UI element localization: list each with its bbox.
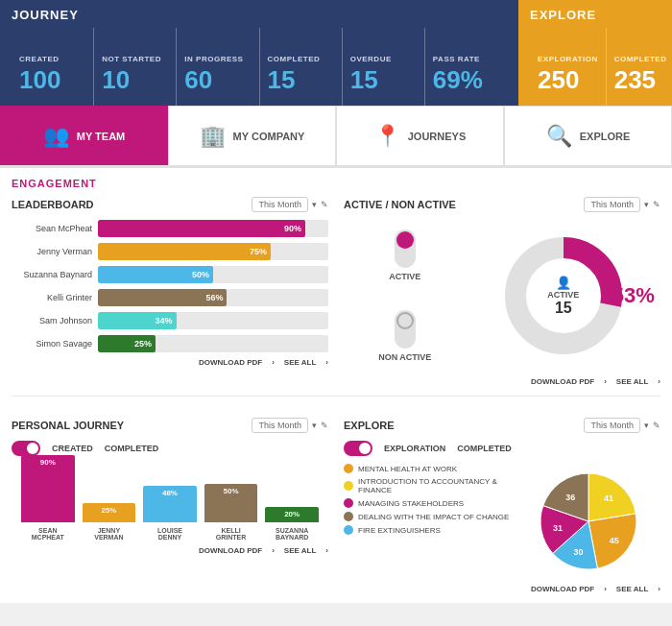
nav-tab-my-company[interactable]: 🏢MY COMPANY (168, 106, 336, 165)
legend-label: MANAGING STAKEHOLDERS (358, 499, 464, 508)
donut-wrapper: 👤 ACTIVE 15 53% (501, 233, 626, 358)
pj-bar-name: LOUISEDENNY (157, 527, 182, 541)
explore-see-all-arrow: › (658, 585, 660, 593)
explore-filter-box[interactable]: This Month (584, 418, 640, 433)
legend-label: DEALING WITH THE IMPACT OF CHANGE (358, 513, 509, 521)
pj-created-toggle[interactable] (12, 441, 40, 456)
explore-filter[interactable]: This Month ▾ ✎ (584, 418, 660, 433)
pj-see-all[interactable]: SEE ALL (284, 546, 316, 555)
pie-label: 45 (610, 536, 619, 545)
legend-dot (344, 498, 353, 508)
active-filter-edit: ✎ (653, 200, 660, 209)
leaderboard-rows: Sean McPheat 90% Jenny Verman 75% Suzann… (12, 220, 328, 352)
top-two-col: LEADERBOARD This Month ▾ ✎ Sean McPheat … (12, 197, 660, 386)
lb-bar-bg: 75% (98, 243, 328, 260)
legend-item: MENTAL HEALTH AT WORK (344, 464, 516, 473)
active-nonactive-filter[interactable]: This Month ▾ ✎ (584, 197, 660, 212)
nav-tab-my-team[interactable]: 👥MY TEAM (0, 106, 168, 165)
lb-name: Simon Savage (12, 339, 98, 349)
lb-name: Suzanna Baynard (12, 270, 98, 279)
legend-dot (344, 525, 353, 535)
pj-bar-rect: 90% (21, 455, 75, 522)
legend-item: FIRE EXTINGUISHERS (344, 525, 516, 535)
pj-bar-group: 25% JENNYVERMAN (83, 503, 136, 541)
lb-name: Jenny Verman (12, 247, 98, 256)
active-toggle[interactable] (395, 229, 416, 268)
explore-exploration-label: EXPLORATION (384, 444, 445, 453)
pie-label: 30 (574, 547, 584, 557)
leaderboard-see-all-arrow: › (325, 358, 328, 367)
pj-download-pdf[interactable]: DOWNLOAD PDF (199, 546, 262, 555)
leaderboard-download-pdf[interactable]: DOWNLOAD PDF (199, 358, 262, 367)
leaderboard-row: Simon Savage 25% (12, 335, 328, 352)
explore-filter-edit: ✎ (653, 421, 660, 430)
legend-dot (344, 481, 353, 491)
explore-download-pdf[interactable]: DOWNLOAD PDF (531, 585, 594, 593)
lb-name: Kelli Grinter (12, 293, 98, 302)
leaderboard-row: Sean McPheat 90% (12, 220, 328, 237)
explore-see-all[interactable]: SEE ALL (616, 585, 648, 593)
nav-tab-label-2: JOURNEYS (408, 131, 467, 142)
explore-pie-svg: 4145303136 (526, 464, 651, 579)
donut-center-value: 15 (547, 300, 579, 317)
nav-tab-journeys[interactable]: 📍JOURNEYS (336, 106, 504, 165)
explore-stats: EXPLORATION250COMPLETED235 (530, 28, 660, 118)
lb-bar-bg: 25% (98, 335, 328, 352)
lb-name: Sean McPheat (12, 224, 98, 233)
stat-value: 15 (350, 67, 417, 92)
engagement-label: ENGAGEMENT (12, 178, 660, 189)
legend-label: FIRE EXTINGUISHERS (358, 526, 441, 535)
lb-bar-label: 56% (205, 293, 223, 302)
stat-label: OVERDUE (350, 55, 417, 63)
explore-pie-chart: 4145303136 (526, 464, 660, 579)
pj-filter[interactable]: This Month ▾ ✎ (252, 418, 328, 433)
pie-label: 41 (604, 494, 613, 503)
nav-tab-explore[interactable]: 🔍EXPLORE (504, 106, 672, 165)
explore-section: EXPLORE This Month ▾ ✎ EXPLORATION COMPL… (344, 418, 660, 593)
stat-item: COMPLETED15 (260, 28, 343, 118)
journey-section: JOURNEY CREATED100NOT STARTED10IN PROGRE… (0, 0, 518, 106)
pj-filter-box[interactable]: This Month (252, 418, 308, 433)
active-nonactive-title: ACTIVE / NON ACTIVE (344, 199, 456, 210)
explore-title: EXPLORE (344, 420, 395, 431)
leaderboard-section: LEADERBOARD This Month ▾ ✎ Sean McPheat … (12, 197, 328, 386)
active-nonactive-header: ACTIVE / NON ACTIVE This Month ▾ ✎ (344, 197, 660, 212)
stat-item: PASS RATE69% (425, 28, 507, 118)
active-see-all[interactable]: SEE ALL (616, 377, 648, 386)
active-indicators: ACTIVE NON ACTIVE (378, 229, 431, 362)
pj-actions: DOWNLOAD PDF › SEE ALL › (12, 546, 328, 555)
explore-legend: MENTAL HEALTH AT WORKINTRODUCTION TO ACC… (344, 464, 516, 579)
stat-item: NOT STARTED10 (94, 28, 177, 118)
legend-dot (344, 512, 353, 521)
leaderboard-header: LEADERBOARD This Month ▾ ✎ (12, 197, 328, 212)
pj-filter-arrow: ▾ (312, 421, 317, 430)
active-see-all-arrow: › (658, 377, 660, 386)
non-active-toggle[interactable] (395, 310, 416, 349)
active-toggle-thumb (396, 231, 414, 249)
legend-item: MANAGING STAKEHOLDERS (344, 498, 516, 508)
pj-toggle-row: CREATED COMPLETED (12, 441, 328, 456)
nav-tab-icon-2: 📍 (374, 124, 400, 149)
stat-value: 15 (268, 67, 334, 92)
lb-bar-label: 75% (250, 247, 267, 256)
active-filter-arrow: ▾ (644, 200, 649, 209)
active-download-arrow: › (604, 377, 607, 386)
stat-value: 69% (433, 67, 499, 92)
explore-stat-label: EXPLORATION (538, 55, 598, 63)
nav-tab-icon-3: 🔍 (546, 124, 572, 149)
nav-tab-label-3: EXPLORE (580, 131, 631, 142)
stat-item: OVERDUE15 (343, 28, 425, 118)
active-nonactive-section: ACTIVE / NON ACTIVE This Month ▾ ✎ ACTIV… (344, 197, 660, 386)
leaderboard-filter-box[interactable]: This Month (252, 197, 308, 212)
explore-toggle[interactable] (344, 441, 372, 456)
stat-label: CREATED (19, 55, 85, 63)
lb-bar-bg: 50% (98, 266, 328, 283)
leaderboard-filter[interactable]: This Month ▾ ✎ (252, 197, 328, 212)
explore-header-section: EXPLORE EXPLORATION250COMPLETED235 (518, 0, 672, 106)
journey-stats: CREATED100NOT STARTED10IN PROGRESS60COMP… (12, 28, 507, 118)
stat-value: 100 (19, 67, 85, 92)
leaderboard-see-all[interactable]: SEE ALL (284, 358, 316, 367)
active-filter-box[interactable]: This Month (584, 197, 640, 212)
active-download-pdf[interactable]: DOWNLOAD PDF (531, 377, 594, 386)
lb-bar: 75% (98, 243, 271, 260)
